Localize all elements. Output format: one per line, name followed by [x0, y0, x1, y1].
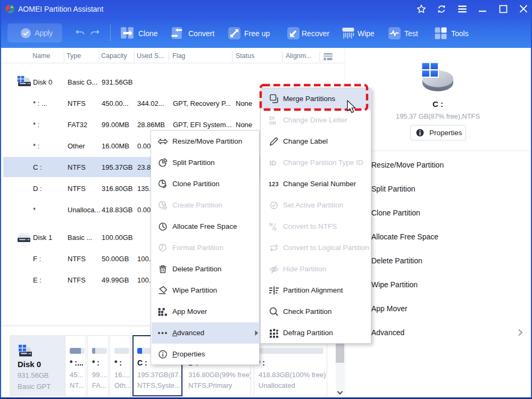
svg-text:GH: GH	[269, 120, 276, 126]
svg-text:123: 123	[269, 181, 279, 187]
svg-text:ID: ID	[270, 160, 277, 167]
svg-text:N: N	[269, 222, 273, 227]
svg-text:F: F	[274, 227, 277, 232]
